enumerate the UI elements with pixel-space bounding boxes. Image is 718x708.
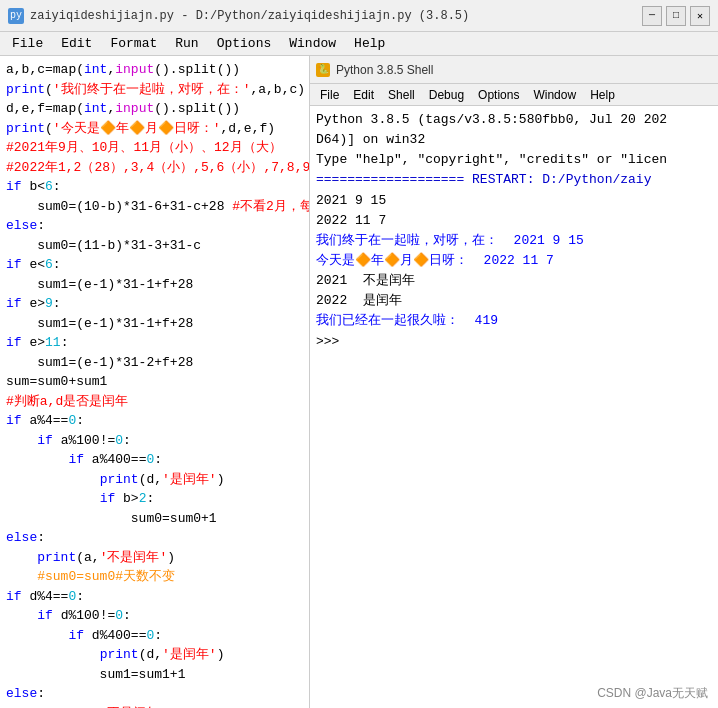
- shell-menu-shell[interactable]: Shell: [382, 87, 421, 103]
- shell-title-bar: 🐍 Python 3.8.5 Shell: [310, 56, 718, 84]
- title-text: zaiyiqideshijiajn.py - D:/Python/zaiyiqi…: [30, 9, 642, 23]
- minimize-button[interactable]: ─: [642, 6, 662, 26]
- shell-icon: 🐍: [316, 63, 330, 77]
- menu-edit[interactable]: Edit: [53, 34, 100, 53]
- app-icon: py: [8, 8, 24, 24]
- menu-options[interactable]: Options: [209, 34, 280, 53]
- editor-panel[interactable]: a,b,c=map(int,input().split()) print('我们…: [0, 56, 310, 708]
- shell-output[interactable]: Python 3.8.5 (tags/v3.8.5:580fbb0, Jul 2…: [310, 106, 718, 708]
- shell-container: 🐍 Python 3.8.5 Shell File Edit Shell Deb…: [310, 56, 718, 708]
- menu-help[interactable]: Help: [346, 34, 393, 53]
- window-controls: ─ □ ✕: [642, 6, 710, 26]
- shell-menu-help[interactable]: Help: [584, 87, 621, 103]
- shell-title-text: Python 3.8.5 Shell: [336, 63, 433, 77]
- editor-container: a,b,c=map(int,input().split()) print('我们…: [0, 56, 718, 708]
- title-bar: py zaiyiqideshijiajn.py - D:/Python/zaiy…: [0, 0, 718, 32]
- shell-menu-bar: File Edit Shell Debug Options Window Hel…: [310, 84, 718, 106]
- menu-format[interactable]: Format: [102, 34, 165, 53]
- menu-run[interactable]: Run: [167, 34, 206, 53]
- shell-menu-edit[interactable]: Edit: [347, 87, 380, 103]
- maximize-button[interactable]: □: [666, 6, 686, 26]
- close-button[interactable]: ✕: [690, 6, 710, 26]
- shell-menu-file[interactable]: File: [314, 87, 345, 103]
- menu-window[interactable]: Window: [281, 34, 344, 53]
- shell-menu-debug[interactable]: Debug: [423, 87, 470, 103]
- shell-menu-window[interactable]: Window: [527, 87, 582, 103]
- shell-menu-options[interactable]: Options: [472, 87, 525, 103]
- menu-file[interactable]: File: [4, 34, 51, 53]
- code-area[interactable]: a,b,c=map(int,input().split()) print('我们…: [0, 56, 309, 708]
- menu-bar: File Edit Format Run Options Window Help: [0, 32, 718, 56]
